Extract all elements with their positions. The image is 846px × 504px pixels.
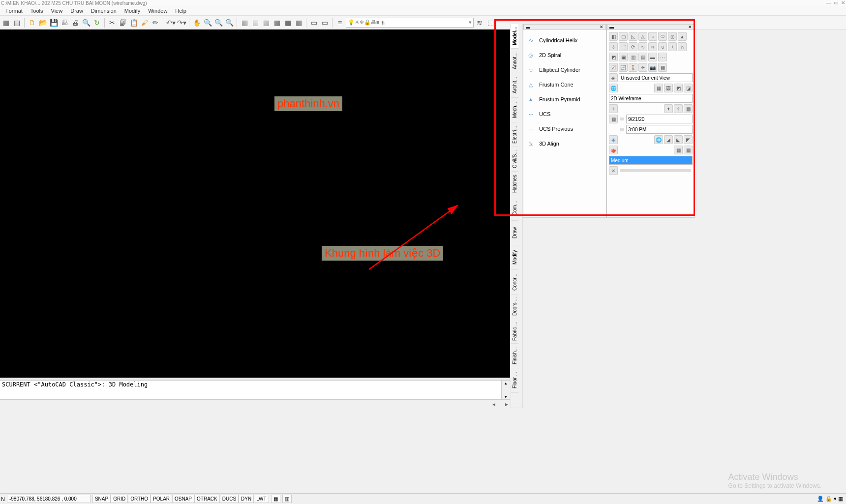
render-icon[interactable]: 🖼 <box>664 84 673 92</box>
cam2-icon[interactable]: ▦ <box>658 63 667 72</box>
close-panel-icon[interactable]: ✕ <box>600 25 604 30</box>
palette-tab-14[interactable]: Floor ... <box>511 368 518 393</box>
slice-icon[interactable]: ◩ <box>609 53 618 61</box>
command-window[interactable]: SCURRENT <"AutoCAD Classic">: 3D Modelin… <box>0 380 510 399</box>
extrude-icon[interactable]: ⬚ <box>619 42 628 51</box>
tray-3-icon[interactable]: ▾ <box>834 496 837 502</box>
light2-icon[interactable]: ✧ <box>674 104 683 113</box>
time-input[interactable] <box>626 125 693 134</box>
tool-pyr[interactable]: ▲Frustum Pyramid <box>524 92 605 107</box>
collapse-icon[interactable]: ▬ <box>526 25 530 30</box>
scroll-left-icon[interactable]: ◂ <box>492 401 495 408</box>
view-icon[interactable]: ◈ <box>609 73 618 82</box>
pan-icon[interactable]: ✋ <box>192 18 202 28</box>
tray-2-icon[interactable]: 🔒 <box>825 496 832 502</box>
toggle-otrack[interactable]: OTRACK <box>194 495 220 503</box>
palette-tab-5[interactable]: Civil/S... <box>511 147 518 172</box>
x-icon[interactable]: ✕ <box>609 166 618 175</box>
box-icon[interactable]: ▢ <box>619 32 628 41</box>
palette-tab-10[interactable]: Concr... <box>511 270 518 295</box>
tool-ucsp[interactable]: ⊹UCS Previous <box>524 121 605 136</box>
close-icon[interactable]: ✕ <box>841 0 845 5</box>
palette-tab-2[interactable]: Archit... <box>511 73 518 98</box>
palette-tab-11[interactable]: Doors ... <box>511 295 518 319</box>
cube-icon[interactable]: ◧ <box>609 32 618 41</box>
scroll-right-icon[interactable]: ▸ <box>505 401 508 408</box>
brush-icon[interactable]: ✏ <box>151 18 160 28</box>
nav-icon[interactable]: 🧭 <box>609 63 618 72</box>
cylinder-icon[interactable]: ⬭ <box>658 32 667 41</box>
zoom-in-icon[interactable]: 🔍 <box>203 18 212 28</box>
tool-align[interactable]: ⇲3D Align <box>524 136 605 151</box>
collapse-icon[interactable]: ▬ <box>609 25 614 30</box>
wedge-icon[interactable]: ◺ <box>629 32 637 41</box>
close-panel-icon[interactable]: ✕ <box>688 25 692 30</box>
menu-format[interactable]: Format <box>1 7 27 15</box>
cut-icon[interactable]: ✂ <box>107 18 117 28</box>
model-toggle-icon[interactable]: ▦ <box>271 495 280 503</box>
block2-icon[interactable]: ▭ <box>320 18 330 28</box>
intersect-icon[interactable]: ∩ <box>678 42 687 51</box>
menu-modify[interactable]: Modify <box>121 7 144 15</box>
layer-states-icon[interactable]: ⬚ <box>485 18 495 28</box>
menu-help[interactable]: Help <box>171 7 190 15</box>
view-panel-header[interactable]: ▬ ✕ <box>607 24 695 30</box>
file-new-icon[interactable]: 🗋 <box>27 18 37 28</box>
globe-icon[interactable]: 🌐 <box>609 84 618 92</box>
palette-tab-3[interactable]: Mech... <box>511 98 518 122</box>
markup-icon[interactable]: ▦ <box>283 18 293 28</box>
walk-icon[interactable]: 🚶 <box>629 63 637 72</box>
redo-icon[interactable]: ↷▾ <box>177 18 186 28</box>
mat3-icon[interactable]: ◣ <box>674 135 683 144</box>
palette-tab-13[interactable]: Finish... <box>511 344 518 368</box>
match-icon[interactable]: 🖌 <box>140 18 150 28</box>
sweep-icon[interactable]: ∿ <box>638 42 647 51</box>
command-line-2[interactable] <box>0 388 510 389</box>
vs2-icon[interactable]: ◪ <box>684 84 693 92</box>
torus-icon[interactable]: ◎ <box>668 32 677 41</box>
save-icon[interactable]: 💾 <box>49 18 59 28</box>
menu-draw[interactable]: Draw <box>66 7 87 15</box>
tool-helix[interactable]: ∿Cylindrical Helix <box>524 33 605 48</box>
revolve-icon[interactable]: ⟳ <box>629 42 637 51</box>
plot-icon[interactable]: 🖨 <box>70 18 80 28</box>
tool-spiral[interactable]: ◎2D Spiral <box>524 48 605 62</box>
layer-dropdown[interactable]: 💡☀❄🔒🖶■ h ▾ <box>346 18 474 28</box>
palette-tab-6[interactable]: Hatches <box>511 172 518 196</box>
zoom-ext-icon[interactable]: 🔍 <box>224 18 234 28</box>
date-slider[interactable] <box>620 118 624 120</box>
menu-view[interactable]: View <box>47 7 67 15</box>
block-icon[interactable]: ▭ <box>309 18 319 28</box>
more-icon[interactable]: ⋯ <box>658 53 667 61</box>
copy-icon[interactable]: 🗐 <box>118 18 128 28</box>
toggle-osnap[interactable]: OSNAP <box>172 495 194 503</box>
mat2-icon[interactable]: ◢ <box>664 135 673 144</box>
render-opt2-icon[interactable]: ▦ <box>684 146 693 154</box>
mat4-icon[interactable]: ◤ <box>684 135 693 144</box>
light-icon[interactable]: ✦ <box>664 104 673 113</box>
preview-icon[interactable]: 🔍 <box>81 18 91 28</box>
mat1-icon[interactable]: 🌐 <box>654 135 663 144</box>
command-scrollbar[interactable]: ▴ ▾ <box>501 381 510 399</box>
palette-tab-0[interactable]: Model... <box>511 24 518 49</box>
layer-mgr-icon[interactable]: ≡ <box>335 18 345 28</box>
view-name-input[interactable] <box>619 73 693 82</box>
pyramid-icon[interactable]: ▲ <box>678 32 687 41</box>
toggle-polar[interactable]: POLAR <box>151 495 172 503</box>
panel-header[interactable]: ▬ ✕ <box>523 24 606 30</box>
palette-tab-9[interactable]: Modify <box>511 245 518 270</box>
tool-cyl[interactable]: ⬭Elliptical Cylinder <box>524 62 605 77</box>
palette-tab-4[interactable]: Electri... <box>511 122 518 147</box>
sun-icon[interactable]: ☀ <box>609 104 618 113</box>
tool-pal-icon[interactable]: ▦ <box>261 18 271 28</box>
sphere-icon[interactable]: ○ <box>648 32 657 41</box>
tray-1-icon[interactable]: 👤 <box>817 496 824 502</box>
cone-icon[interactable]: △ <box>638 32 647 41</box>
imprint-icon[interactable]: ▥ <box>629 53 637 61</box>
menu-window[interactable]: Window <box>144 7 171 15</box>
sheet-icon[interactable]: ▦ <box>272 18 282 28</box>
print-icon[interactable]: 🖶 <box>60 18 69 28</box>
menu-dimension[interactable]: Dimension <box>87 7 121 15</box>
loft-icon[interactable]: ≋ <box>648 42 657 51</box>
progress-slider[interactable] <box>620 169 691 172</box>
